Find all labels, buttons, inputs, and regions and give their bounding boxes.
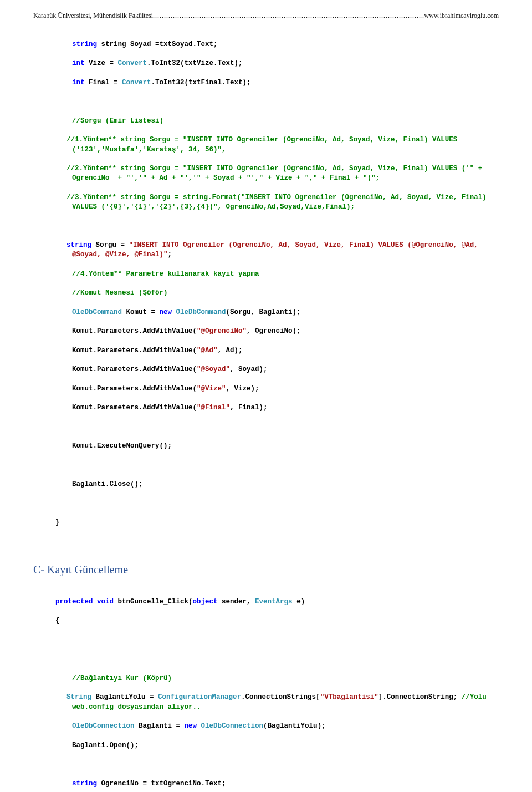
- header-dots: ........................................…: [153, 11, 424, 21]
- line: .ConnectionStrings[: [241, 693, 320, 701]
- line: Komut.Parameters.AddWithValue(: [72, 404, 197, 412]
- line: Baglanti.Close();: [72, 480, 143, 488]
- code-block-1: string string Soyad =txtSoyad.Text; int …: [33, 31, 499, 547]
- line: (BaglantiYolu);: [263, 722, 326, 730]
- line: "@Ad": [197, 347, 218, 354]
- line-comment: //1.Yöntem** string Sorgu = "INSERT INTO…: [66, 136, 462, 153]
- line: "@Soyad": [197, 365, 230, 373]
- page: Karabük Üniversitesi, Mühendislik Fakült…: [0, 0, 532, 792]
- line: , OgrenciNo);: [247, 327, 301, 335]
- line: [172, 308, 176, 316]
- line: string Soyad =txtSoyad.Text;: [101, 40, 218, 48]
- line: btnGuncelle_Click(: [114, 598, 193, 606]
- line: }: [55, 519, 60, 526]
- line: Baglanti =: [135, 722, 185, 730]
- line: Komut.Parameters.AddWithValue(: [72, 327, 197, 335]
- line: "@OgrenciNo": [197, 327, 247, 335]
- line: String: [66, 693, 91, 701]
- line: OleDbCommand: [176, 308, 226, 316]
- line: new: [160, 308, 172, 316]
- line: {: [55, 617, 60, 625]
- code-block-2: protected void btnGuncelle_Click(object …: [33, 588, 499, 792]
- line: ;: [168, 251, 172, 258]
- line: ConfigurationManager: [158, 693, 241, 701]
- line: EventArgs: [255, 598, 293, 606]
- line: sender,: [218, 598, 255, 606]
- line: [93, 598, 98, 606]
- line-string: "INSERT INTO Ogrenciler (OgrenciNo, Ad, …: [72, 241, 482, 258]
- line: , Final);: [230, 404, 268, 412]
- line-comment: //Komut Nesnesi (Şöför): [72, 289, 168, 297]
- line: ].ConnectionString;: [378, 693, 462, 701]
- page-header: Karabük Üniversitesi, Mühendislik Fakült…: [33, 11, 499, 21]
- line: string: [72, 780, 97, 788]
- line-comment: //4.Yöntem** Parametre kullanarak kayıt …: [72, 270, 259, 278]
- line-comment: //Bağlantıyı Kur (Köprü): [72, 674, 172, 682]
- line: "@Final": [197, 404, 230, 412]
- line: new: [185, 722, 197, 730]
- line: OleDbCommand: [72, 308, 122, 316]
- line: .ToInt32(txtFinal.Text);: [151, 79, 251, 87]
- line-comment: //2.Yöntem** string Sorgu = "INSERT INTO…: [66, 165, 487, 182]
- line: , Soyad);: [230, 365, 268, 373]
- line-comment: //3.Yöntem** string Sorgu = string.Forma…: [66, 194, 490, 211]
- line: .ToInt32(txtVize.Text);: [147, 59, 243, 67]
- line: Komut.Parameters.AddWithValue(: [72, 347, 197, 354]
- line: Convert: [118, 59, 147, 67]
- line: Komut.Parameters.AddWithValue(: [72, 385, 197, 393]
- line: Convert: [122, 79, 151, 87]
- line: OleDbConnection: [201, 722, 264, 730]
- line: protected: [55, 598, 93, 606]
- line: , Ad);: [218, 347, 243, 354]
- line-comment: //Sorgu (Emir Listesi): [72, 117, 163, 125]
- line: object: [193, 598, 218, 606]
- line: Komut.Parameters.AddWithValue(: [72, 365, 197, 373]
- line: Komut.ExecuteNonQuery();: [72, 442, 172, 450]
- line: BaglantiYolu =: [91, 693, 158, 701]
- header-left: Karabük Üniversitesi, Mühendislik Fakült…: [33, 11, 153, 21]
- line: void: [97, 598, 114, 606]
- line: Baglanti.Open();: [72, 742, 139, 749]
- line: "@Vize": [197, 385, 226, 393]
- section-title: C- Kayıt Güncelleme: [33, 562, 499, 578]
- line: "VTbaglantisi": [320, 693, 378, 701]
- line: OleDbConnection: [72, 722, 135, 730]
- line: , Vize);: [226, 385, 259, 393]
- header-right: www.ibrahimcayiroglu.com: [424, 11, 499, 21]
- line: (Sorgu, Baglanti);: [226, 308, 301, 316]
- line: e): [293, 598, 305, 606]
- line: Komut =: [122, 308, 160, 316]
- line: OgrenciNo = txtOgrenciNo.Text;: [97, 780, 226, 788]
- line: [197, 722, 201, 730]
